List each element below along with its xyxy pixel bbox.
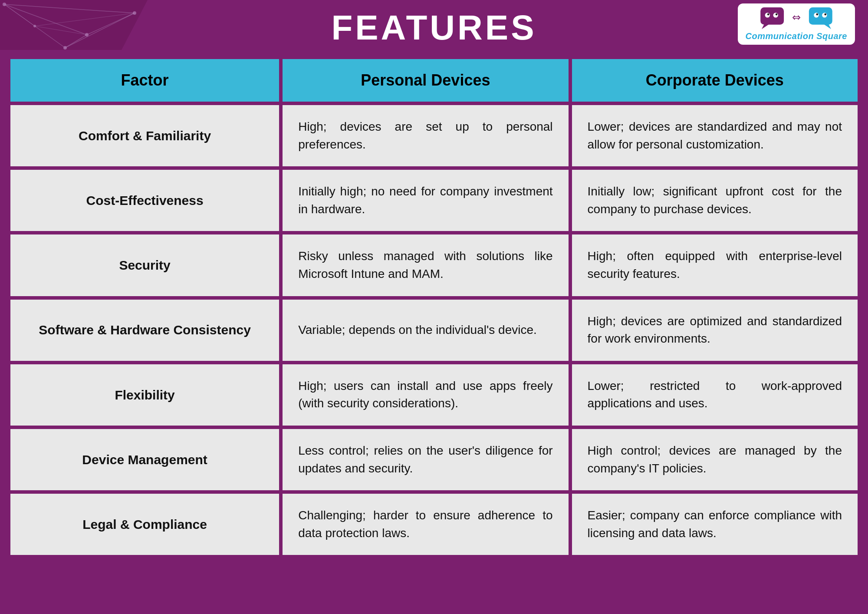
svg-point-17 <box>765 13 769 17</box>
svg-point-12 <box>133 11 136 15</box>
factor-cell-4: Flexibility <box>9 363 281 427</box>
svg-point-18 <box>767 13 769 16</box>
page-wrapper: FEATURES ⇔ <box>0 0 868 614</box>
svg-point-14 <box>33 25 36 27</box>
bg-graphic <box>0 0 148 50</box>
personal-cell-3: Variable; depends on the individual's de… <box>281 298 570 363</box>
header: FEATURES ⇔ <box>0 0 868 52</box>
corporate-cell-2: High; often equipped with enterprise-lev… <box>570 233 859 297</box>
personal-cell-0: High; devices are set up to personal pre… <box>281 103 570 168</box>
svg-point-26 <box>822 13 827 17</box>
personal-cell-4: High; users can install and use apps fre… <box>281 363 570 427</box>
svg-point-11 <box>85 33 89 36</box>
logo-area: ⇔ Communication Square <box>738 3 855 45</box>
svg-point-10 <box>3 3 6 6</box>
svg-point-13 <box>63 46 67 50</box>
col-header-factor: Factor <box>9 57 281 103</box>
factor-cell-6: Legal & Compliance <box>9 492 281 557</box>
factor-cell-5: Device Management <box>9 427 281 492</box>
logo-main-text: Communication <box>746 31 814 41</box>
factor-cell-0: Comfort & Familiarity <box>9 103 281 168</box>
corporate-cell-6: Easier; company can enforce compliance w… <box>570 492 859 557</box>
svg-text:⇔: ⇔ <box>792 12 801 23</box>
table-row: Legal & ComplianceChallenging; harder to… <box>9 492 859 557</box>
table-header-row: Factor Personal Devices Corporate Device… <box>9 57 859 103</box>
corporate-cell-0: Lower; devices are standardized and may … <box>570 103 859 168</box>
personal-cell-1: Initially high; no need for company inve… <box>281 168 570 233</box>
table-row: FlexibilityHigh; users can install and u… <box>9 363 859 427</box>
col-header-corporate: Corporate Devices <box>570 57 859 103</box>
table-row: Software & Hardware ConsistencyVariable;… <box>9 298 859 363</box>
table-row: Device ManagementLess control; relies on… <box>9 427 859 492</box>
corporate-cell-5: High control; devices are managed by the… <box>570 427 859 492</box>
table-row: Cost-EffectivenessInitially high; no nee… <box>9 168 859 233</box>
personal-cell-6: Challenging; harder to ensure adherence … <box>281 492 570 557</box>
logo-accent-text: Square <box>816 31 847 41</box>
svg-marker-16 <box>762 24 769 29</box>
personal-cell-5: Less control; relies on the user's dilig… <box>281 427 570 492</box>
svg-point-24 <box>814 13 819 17</box>
svg-rect-15 <box>761 8 783 24</box>
svg-marker-23 <box>824 24 831 29</box>
logo-arrows: ⇔ <box>790 12 802 24</box>
svg-point-20 <box>775 13 777 16</box>
factor-cell-1: Cost-Effectiveness <box>9 168 281 233</box>
col-header-personal: Personal Devices <box>281 57 570 103</box>
personal-cell-2: Risky unless managed with solutions like… <box>281 233 570 297</box>
logo-text: Communication Square <box>746 31 848 41</box>
table-row: SecurityRisky unless managed with soluti… <box>9 233 859 297</box>
svg-point-25 <box>816 13 818 16</box>
factor-cell-3: Software & Hardware Consistency <box>9 298 281 363</box>
logo-icons: ⇔ <box>760 7 833 30</box>
logo-icon-right <box>806 7 833 30</box>
table-container: Factor Personal Devices Corporate Device… <box>9 57 859 605</box>
table-row: Comfort & FamiliarityHigh; devices are s… <box>9 103 859 168</box>
corporate-cell-3: High; devices are optimized and standard… <box>570 298 859 363</box>
page-title: FEATURES <box>331 8 536 48</box>
logo-icon-left <box>760 7 787 30</box>
factor-cell-2: Security <box>9 233 281 297</box>
features-table: Factor Personal Devices Corporate Device… <box>9 57 859 557</box>
svg-point-27 <box>824 13 826 16</box>
corporate-cell-1: Initially low; significant upfront cost … <box>570 168 859 233</box>
svg-point-19 <box>773 13 778 17</box>
svg-rect-22 <box>809 8 832 24</box>
corporate-cell-4: Lower; restricted to work-approved appli… <box>570 363 859 427</box>
